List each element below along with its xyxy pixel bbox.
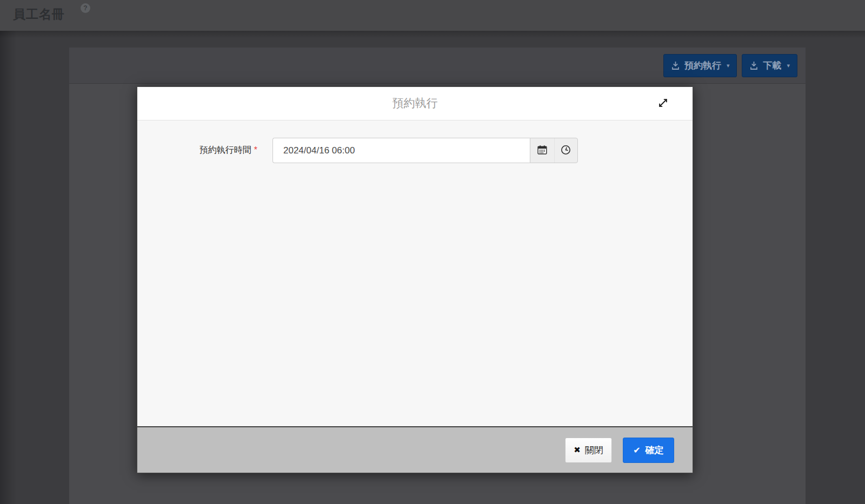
caret-down-icon: ▾ — [727, 62, 730, 69]
top-header-bar: 員工名冊 ? — [0, 0, 865, 31]
datetime-addon — [530, 138, 578, 163]
dialog-body: 預約執行時間* — [137, 120, 693, 426]
confirm-button-label: 確定 — [646, 444, 664, 456]
calendar-icon — [537, 144, 548, 157]
page-title: 員工名冊 — [13, 6, 65, 23]
download-icon — [671, 61, 680, 70]
schedule-run-dialog: 預約執行 預約執行時間* — [137, 86, 693, 473]
schedule-datetime-input[interactable] — [272, 138, 530, 163]
help-icon[interactable]: ? — [81, 3, 90, 13]
panel-toolbar: 預約執行 ▾ 下載 ▾ — [69, 48, 806, 84]
close-button-label: 關閉 — [585, 444, 603, 456]
schedule-run-label: 預約執行 — [684, 59, 721, 72]
close-icon: ✖ — [574, 445, 581, 455]
datetime-input-group — [272, 138, 578, 163]
dialog-footer: ✖ 關閉 ✔ 確定 — [137, 426, 693, 473]
close-button[interactable]: ✖ 關閉 — [565, 438, 612, 463]
time-picker-button[interactable] — [554, 138, 578, 163]
schedule-time-label: 預約執行時間* — [137, 138, 257, 156]
calendar-picker-button[interactable] — [530, 138, 554, 163]
clock-icon — [560, 144, 571, 157]
left-edge-shadow — [0, 31, 16, 504]
download-icon — [749, 61, 758, 70]
expand-icon — [658, 98, 668, 110]
required-asterisk: * — [254, 145, 257, 154]
toolbar-button-group: 預約執行 ▾ 下載 ▾ — [663, 54, 797, 77]
caret-down-icon: ▾ — [787, 62, 790, 69]
download-label: 下載 — [763, 59, 781, 72]
confirm-button[interactable]: ✔ 確定 — [623, 438, 674, 463]
expand-dialog-button[interactable] — [657, 98, 669, 110]
download-button[interactable]: 下載 ▾ — [742, 54, 797, 77]
dialog-header: 預約執行 — [137, 87, 693, 120]
check-icon: ✔ — [633, 445, 640, 455]
schedule-run-button[interactable]: 預約執行 ▾ — [663, 54, 737, 77]
schedule-time-field-row: 預約執行時間* — [137, 138, 693, 163]
dialog-title: 預約執行 — [137, 87, 693, 119]
